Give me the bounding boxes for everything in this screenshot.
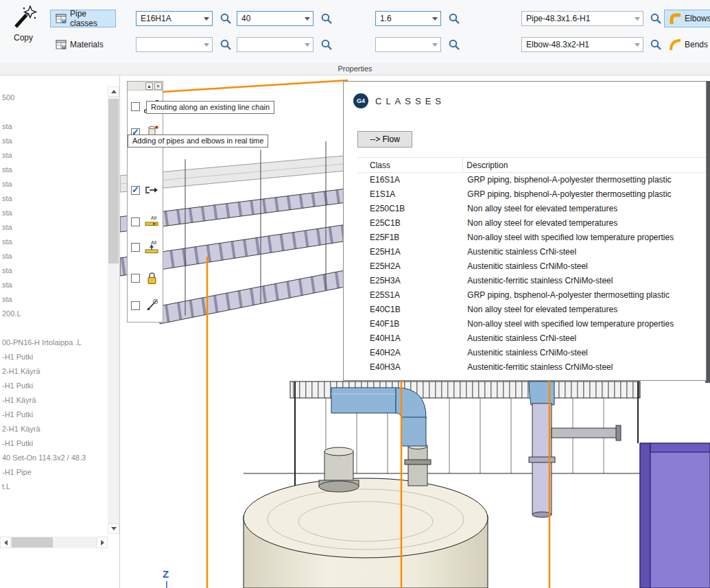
checkbox[interactable]: [131, 186, 140, 195]
size-select-2[interactable]: [237, 37, 313, 52]
purple-equipment[interactable]: [640, 443, 710, 588]
list-item[interactable]: -H1 Putki: [0, 436, 107, 451]
option-alt-vertical[interactable]: Alt: [128, 237, 163, 258]
list-item[interactable]: sta: [0, 249, 107, 263]
list-item[interactable]: 2-H1 Käyrä: [0, 422, 107, 436]
chevron-down-icon[interactable]: [429, 12, 440, 25]
pipe-classes-button[interactable]: M Pipe classes: [50, 10, 116, 27]
storage-tank[interactable]: [244, 478, 488, 588]
thickness-search-button[interactable]: [447, 11, 462, 26]
list-item[interactable]: 00-PN16-H Irtolaippa .L: [0, 336, 107, 350]
list-item[interactable]: -H1 Putki: [0, 350, 107, 364]
size-select[interactable]: 40: [237, 11, 313, 26]
chevron-left-icon: [4, 540, 8, 545]
class-row[interactable]: E1S1A GRP piping, bisphenol-A-polyester …: [357, 187, 706, 202]
list-item[interactable]: 500: [0, 91, 107, 105]
list-item[interactable]: -H1 Putki: [0, 408, 107, 422]
thickness-select-2[interactable]: [375, 37, 441, 52]
chevron-down-icon[interactable]: [201, 38, 212, 51]
pipe-class-select[interactable]: E16H1A: [136, 11, 213, 26]
flow-button[interactable]: --> Flow: [357, 131, 412, 148]
list-item[interactable]: sta: [0, 191, 107, 206]
class-row[interactable]: E25H1A Austenitic stainless CrNi-steel: [357, 245, 706, 259]
class-row[interactable]: E250C1B Non alloy steel for elevated tem…: [357, 202, 706, 216]
vertical-scrollbar[interactable]: [108, 86, 119, 534]
search-button-3[interactable]: [319, 37, 334, 52]
scroll-right-button[interactable]: [97, 537, 108, 548]
option-free-draw[interactable]: [128, 296, 163, 316]
class-row[interactable]: E40H3A Austenitic-ferritic stainless CrN…: [357, 360, 706, 375]
list-item[interactable]: [0, 105, 107, 119]
list-item[interactable]: sta: [0, 235, 107, 249]
search-button-2[interactable]: [218, 37, 233, 52]
list-item[interactable]: sta: [0, 177, 107, 191]
scroll-up-button[interactable]: [108, 86, 119, 97]
list-item[interactable]: t.L: [0, 480, 107, 494]
checkbox[interactable]: [131, 243, 140, 252]
list-item[interactable]: 2-H1 Käyrä: [0, 364, 107, 379]
horizontal-scrollbar[interactable]: [0, 537, 108, 548]
tank-nozzle-center[interactable]: [405, 443, 431, 486]
list-item[interactable]: [0, 321, 107, 336]
elbow-part-select[interactable]: Elbow-48.3x2-H1: [521, 37, 643, 52]
list-item[interactable]: sta: [0, 119, 107, 134]
class-row[interactable]: E25H2A Austenitic stainless CrNiMo-steel: [357, 259, 706, 274]
list-item[interactable]: sta: [0, 206, 107, 220]
chevron-down-icon[interactable]: [632, 38, 643, 51]
search-icon: [448, 38, 460, 51]
list-item[interactable]: sta: [0, 220, 107, 235]
pipe-part-select[interactable]: Pipe-48.3x1.6-H1: [521, 11, 643, 26]
class-row[interactable]: E25C1B Non alloy steel for elevated temp…: [357, 216, 706, 231]
tank-nozzle-left[interactable]: [319, 447, 359, 492]
palette-title-bar[interactable]: ▲ ✕: [128, 82, 163, 91]
bends-button[interactable]: Bends: [664, 36, 710, 54]
pipe-part-search-button[interactable]: [648, 11, 663, 26]
list-item[interactable]: 40 Set-On 114.3x2 / 48.3: [0, 451, 107, 465]
option-alt-horizontal[interactable]: Alt: [128, 212, 163, 233]
class-row[interactable]: E40F1B Non-alloy steel with specified lo…: [357, 317, 706, 331]
scroll-down-button[interactable]: [108, 524, 119, 534]
list-item[interactable]: sta: [0, 263, 107, 278]
class-row[interactable]: E25S1A GRP piping, bsphenol-A-polyester …: [357, 288, 706, 303]
thickness-select[interactable]: 1.6: [375, 11, 441, 26]
checkbox[interactable]: [131, 274, 140, 283]
checkbox[interactable]: [131, 102, 140, 111]
class-row[interactable]: E40C1B Non alloy steel for elevated temp…: [357, 303, 706, 317]
close-button[interactable]: ✕: [154, 82, 162, 90]
list-item[interactable]: sta: [0, 292, 107, 307]
chevron-down-icon[interactable]: [302, 12, 313, 25]
class-row[interactable]: E25F1B Non-alloy steel with specified lo…: [357, 231, 706, 245]
size-search-button[interactable]: [319, 11, 334, 26]
class-row[interactable]: E25H3A Austenitic-ferritic stainless CrN…: [357, 274, 706, 288]
materials-button[interactable]: M Materials: [50, 36, 116, 54]
list-item[interactable]: sta: [0, 134, 107, 148]
chevron-down-icon[interactable]: [201, 12, 212, 25]
option-lock[interactable]: [128, 268, 163, 289]
chevron-down-icon[interactable]: [302, 38, 313, 51]
chevron-down-icon[interactable]: [429, 38, 440, 51]
checkbox[interactable]: [131, 217, 140, 226]
scrollbar-thumb[interactable]: [12, 537, 53, 548]
collapse-button[interactable]: ▲: [145, 82, 153, 90]
pipe-class-select-2[interactable]: [136, 37, 213, 52]
scrollbar-thumb[interactable]: [108, 99, 119, 263]
elbow-part-search-button[interactable]: [648, 37, 663, 52]
pipe-class-search-button[interactable]: [218, 11, 233, 26]
list-item[interactable]: sta: [0, 148, 107, 163]
list-item[interactable]: sta: [0, 163, 107, 177]
list-item[interactable]: sta: [0, 278, 107, 292]
search-button-4[interactable]: [447, 37, 462, 52]
copy-button[interactable]: Copy: [5, 3, 41, 60]
elbows-button[interactable]: Elbows: [664, 10, 710, 27]
checkbox[interactable]: [131, 301, 140, 310]
chevron-down-icon[interactable]: [632, 12, 643, 25]
list-item[interactable]: 200.L: [0, 307, 107, 321]
scroll-left-button[interactable]: [0, 537, 11, 548]
class-row[interactable]: E16S1A GRP piping, bisphenol-A-polyester…: [357, 173, 706, 187]
list-item[interactable]: -H1 Putki: [0, 379, 107, 393]
option-connect-arrow[interactable]: [128, 180, 163, 201]
class-row[interactable]: E40H2A Austenitic stainless CrNiMo-steel: [357, 346, 706, 360]
list-item[interactable]: -H1 Käyrä: [0, 393, 107, 408]
class-row[interactable]: E40H1A Austenitic stainless CrNi-steel: [357, 331, 706, 346]
list-item[interactable]: -H1 Pipe: [0, 465, 107, 480]
